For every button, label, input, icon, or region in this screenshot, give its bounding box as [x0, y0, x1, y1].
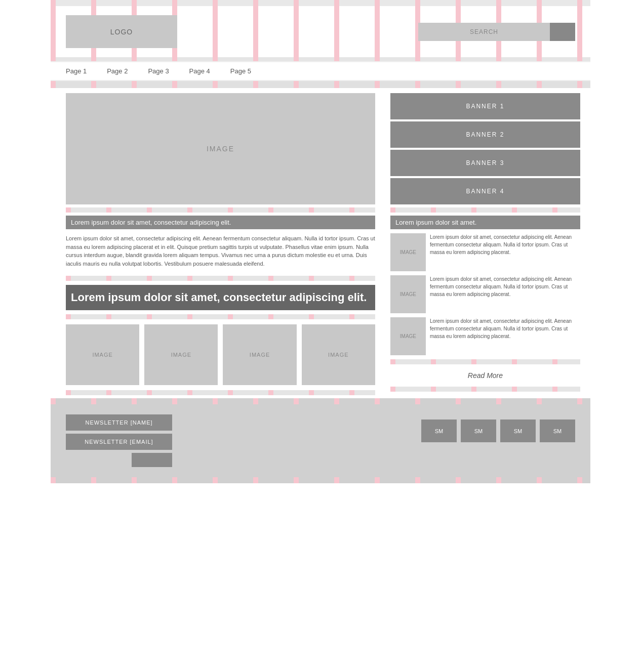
banner-2[interactable]: BANNER 2 [390, 121, 580, 148]
newsletter-submit-button[interactable] [132, 453, 172, 467]
banner-4[interactable]: BANNER 4 [390, 178, 580, 204]
newsletter-email-input[interactable]: NEWSLETTER [EMAIL] [66, 434, 172, 450]
main-content-area: IMAGE Lorem ipsum dolor sit amet, consec… [51, 88, 590, 398]
grid-image-2: IMAGE [144, 324, 218, 385]
newsletter-name-label: NEWSLETTER [NAME] [85, 419, 152, 426]
right-stripe-2 [390, 359, 580, 364]
grid-image-3: IMAGE [223, 324, 296, 385]
sidebar-article-3: IMAGELorem ipsum dolor sit amet, consect… [390, 317, 580, 355]
top-stripe [51, 0, 590, 6]
nav-item-page-1[interactable]: Page 1 [66, 67, 87, 75]
nav-top-stripe [51, 57, 590, 61]
section1-body-text: Lorem ipsum dolor sit amet, consectetur … [66, 235, 375, 267]
grid-image-4: IMAGE [302, 324, 375, 385]
section1-heading-text: Lorem ipsum dolor sit amet, consectetur … [71, 219, 231, 226]
sidebar-article-image-2: IMAGE [390, 275, 426, 313]
newsletter-name-input[interactable]: NEWSLETTER [NAME] [66, 414, 172, 431]
sm-button-3[interactable]: SM [500, 419, 536, 442]
nav-item-page-2[interactable]: Page 2 [107, 67, 128, 75]
read-more[interactable]: Read More [390, 367, 580, 384]
footer-inner: NEWSLETTER [NAME] NEWSLETTER [EMAIL] SMS… [66, 414, 575, 467]
search-area: SEARCH [418, 23, 575, 41]
sidebar-article-text-2: Lorem ipsum dolor sit amet, consectetur … [430, 275, 580, 313]
logo: LOGO [66, 15, 177, 48]
nav-item-page-4[interactable]: Page 4 [189, 67, 210, 75]
mid-stripe-1 [66, 207, 375, 213]
sidebar-article-2: IMAGELorem ipsum dolor sit amet, consect… [390, 275, 580, 313]
right-stripe-3 [390, 387, 580, 392]
sidebar-article-image-3: IMAGE [390, 317, 426, 355]
left-column: IMAGE Lorem ipsum dolor sit amet, consec… [51, 93, 385, 398]
footer-stripe [51, 398, 590, 404]
image-grid: IMAGEIMAGEIMAGEIMAGE [66, 324, 375, 385]
sm-button-4[interactable]: SM [540, 419, 575, 442]
sidebar-header: Lorem ipsum dolor sit amet. [390, 216, 580, 229]
section1-body: Lorem ipsum dolor sit amet, consectetur … [66, 229, 375, 273]
sidebar-article-image-1: IMAGE [390, 233, 426, 271]
section1-header: Lorem ipsum dolor sit amet, consectetur … [66, 216, 375, 229]
sidebar-article-1: IMAGELorem ipsum dolor sit amet, consect… [390, 233, 580, 271]
right-column: BANNER 1BANNER 2BANNER 3BANNER 4 Lorem i… [385, 93, 590, 398]
section-stripe-1 [51, 81, 590, 88]
sm-section: SMSMSMSM [421, 414, 575, 442]
hero-image-label: IMAGE [207, 145, 234, 153]
sidebar-article-text-3: Lorem ipsum dolor sit amet, consectetur … [430, 317, 580, 355]
sidebar-articles: IMAGELorem ipsum dolor sit amet, consect… [390, 233, 580, 355]
section2-large-text: Lorem ipsum dolor sit amet, consectetur … [66, 285, 375, 310]
newsletter-email-label: NEWSLETTER [EMAIL] [85, 439, 153, 445]
header: LOGO SEARCH [51, 11, 590, 52]
sidebar-heading-text: Lorem ipsum dolor sit amet. [395, 219, 476, 226]
banner-1[interactable]: BANNER 1 [390, 93, 580, 119]
grid-image-1: IMAGE [66, 324, 139, 385]
right-stripe-1 [390, 207, 580, 213]
nav-item-page-5[interactable]: Page 5 [230, 67, 251, 75]
footer: NEWSLETTER [NAME] NEWSLETTER [EMAIL] SMS… [51, 404, 590, 477]
sidebar-article-text-1: Lorem ipsum dolor sit amet, consectetur … [430, 233, 580, 271]
mid-stripe-4 [66, 390, 375, 395]
section2-heading-text: Lorem ipsum dolor sit amet, consectetur … [71, 291, 370, 304]
nav-bar: Page 1Page 2Page 3Page 4Page 5 [51, 61, 590, 81]
hero-image: IMAGE [66, 93, 375, 204]
banners-container: BANNER 1BANNER 2BANNER 3BANNER 4 [390, 93, 580, 204]
logo-label: LOGO [110, 28, 133, 36]
sm-button-2[interactable]: SM [461, 419, 496, 442]
search-placeholder: SEARCH [470, 28, 498, 35]
newsletter-section: NEWSLETTER [NAME] NEWSLETTER [EMAIL] [66, 414, 172, 467]
search-input[interactable]: SEARCH [418, 23, 550, 41]
bottom-stripe [51, 477, 590, 483]
search-button[interactable] [550, 23, 575, 41]
sm-button-1[interactable]: SM [421, 419, 457, 442]
mid-stripe-2 [66, 276, 375, 281]
read-more-text: Read More [468, 371, 503, 380]
nav-item-page-3[interactable]: Page 3 [148, 67, 169, 75]
banner-3[interactable]: BANNER 3 [390, 150, 580, 176]
mid-stripe-3 [66, 314, 375, 319]
